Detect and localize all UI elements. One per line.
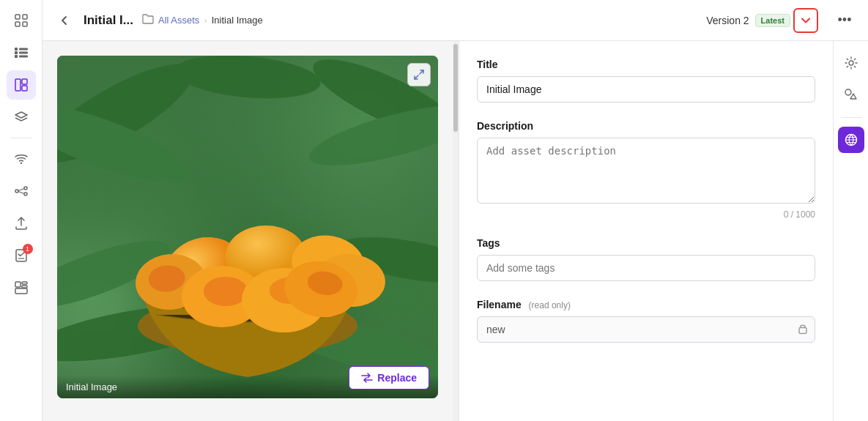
shapes-tool[interactable] xyxy=(838,82,864,108)
mango-image xyxy=(57,56,438,398)
sidebar-item-tasks[interactable]: 1 xyxy=(7,241,36,270)
header: Initial I... All Assets › Initial Image … xyxy=(42,0,868,41)
main-content: Initial I... All Assets › Initial Image … xyxy=(42,0,868,421)
scrollbar-track[interactable] xyxy=(453,41,459,421)
svg-rect-24 xyxy=(15,288,27,294)
filename-readonly-label: (read only) xyxy=(529,300,571,310)
sidebar-item-layers[interactable] xyxy=(7,103,36,132)
svg-rect-11 xyxy=(22,79,27,84)
sidebar-item-upload[interactable] xyxy=(7,209,36,238)
scrollbar-thumb[interactable] xyxy=(453,44,458,132)
sidebar-divider-1 xyxy=(10,138,32,138)
filename-label: Filename (read only) xyxy=(477,299,815,310)
version-area: Version 2 Latest xyxy=(706,8,818,33)
tool-divider xyxy=(841,117,861,118)
title-label: Title xyxy=(477,59,815,70)
svg-line-17 xyxy=(18,189,24,191)
breadcrumb: All Assets › Initial Image xyxy=(142,14,697,26)
right-tools-panel xyxy=(833,41,868,421)
expand-button[interactable] xyxy=(407,63,431,86)
left-sidebar: 1 xyxy=(0,0,42,421)
breadcrumb-current: Initial Image xyxy=(212,15,263,26)
version-dropdown-button[interactable] xyxy=(793,8,818,33)
sidebar-item-list[interactable] xyxy=(7,38,36,67)
breadcrumb-all-assets[interactable]: All Assets xyxy=(158,15,199,26)
svg-rect-4 xyxy=(15,48,18,51)
svg-rect-22 xyxy=(22,282,27,284)
settings-tool[interactable] xyxy=(838,50,864,76)
sidebar-item-connections[interactable] xyxy=(7,176,36,206)
svg-rect-3 xyxy=(23,22,27,26)
char-count: 0 / 1000 xyxy=(477,209,815,220)
page-title: Initial I... xyxy=(84,13,133,28)
breadcrumb-folder-icon xyxy=(142,14,154,26)
lock-icon xyxy=(798,323,808,337)
svg-rect-6 xyxy=(15,51,18,54)
filename-field-group: Filename (read only) xyxy=(477,299,815,343)
globe-tool[interactable] xyxy=(838,127,864,153)
sidebar-item-dashboard[interactable] xyxy=(7,273,36,302)
more-options-button[interactable]: ••• xyxy=(833,9,856,32)
version-label: Version 2 xyxy=(706,15,749,26)
title-field-group: Title xyxy=(477,59,815,103)
svg-rect-10 xyxy=(15,79,21,91)
svg-rect-49 xyxy=(799,328,806,334)
svg-line-18 xyxy=(18,192,24,194)
svg-rect-8 xyxy=(15,55,18,58)
description-field-group: Description 0 / 1000 xyxy=(477,120,815,220)
replace-button[interactable]: Replace xyxy=(349,366,429,390)
asset-panel: Initial Image Replace xyxy=(42,41,453,421)
svg-point-51 xyxy=(845,89,851,95)
svg-rect-12 xyxy=(22,86,27,91)
title-input[interactable] xyxy=(477,76,815,103)
svg-rect-21 xyxy=(15,282,21,287)
latest-badge: Latest xyxy=(755,14,790,27)
tags-label: Tags xyxy=(477,237,815,249)
content-body: Initial Image Replace Title xyxy=(42,41,868,421)
sidebar-item-wifi[interactable] xyxy=(7,144,36,174)
filename-wrapper xyxy=(477,316,815,343)
tags-field-group: Tags xyxy=(477,237,815,281)
svg-point-14 xyxy=(15,190,18,193)
svg-point-44 xyxy=(204,277,248,306)
description-textarea[interactable] xyxy=(477,138,815,204)
more-icon: ••• xyxy=(838,12,852,28)
svg-point-15 xyxy=(24,187,27,190)
svg-rect-23 xyxy=(22,286,27,288)
sidebar-item-assets[interactable] xyxy=(7,70,36,100)
filename-input[interactable] xyxy=(477,316,815,343)
svg-point-31 xyxy=(173,56,322,104)
svg-rect-5 xyxy=(19,48,28,51)
svg-point-50 xyxy=(849,61,853,65)
svg-rect-2 xyxy=(15,22,20,26)
svg-point-16 xyxy=(24,193,27,195)
back-button[interactable] xyxy=(54,10,75,31)
svg-rect-7 xyxy=(19,52,28,54)
svg-point-13 xyxy=(20,163,21,164)
svg-rect-9 xyxy=(19,56,28,58)
svg-rect-1 xyxy=(23,15,27,19)
description-label: Description xyxy=(477,120,815,132)
image-container: Initial Image Replace xyxy=(57,56,438,398)
tasks-badge: 1 xyxy=(23,244,33,254)
sidebar-item-grid[interactable] xyxy=(7,6,36,35)
breadcrumb-separator: › xyxy=(204,15,207,26)
form-panel: Title Description 0 / 1000 Tags Filename… xyxy=(459,41,833,421)
tags-input[interactable] xyxy=(477,255,815,281)
svg-rect-0 xyxy=(15,15,20,19)
